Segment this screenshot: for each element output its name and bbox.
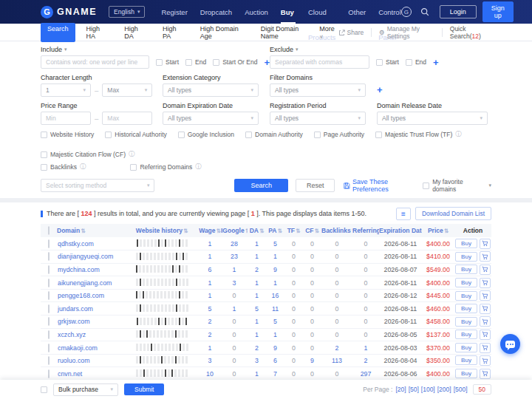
per-page-option-200[interactable]: [200] bbox=[437, 386, 451, 393]
sort-icon[interactable]: ⇅ bbox=[259, 228, 264, 234]
extension-category-select[interactable]: All types▾ bbox=[163, 83, 259, 97]
pa-value[interactable]: 7 bbox=[266, 367, 284, 381]
share-button[interactable]: Share bbox=[338, 29, 364, 36]
nav-item-auction[interactable]: Auction bbox=[245, 0, 268, 24]
submit-button[interactable]: Submit bbox=[124, 383, 164, 395]
include-start-or-end-checkbox[interactable]: Start Or End bbox=[213, 58, 257, 66]
domain-link[interactable]: pengge168.com bbox=[57, 289, 125, 302]
add-to-cart-button[interactable] bbox=[480, 251, 491, 262]
tab-digit-domain-name[interactable]: Digit Domain Name bbox=[254, 23, 316, 42]
tab-high-da[interactable]: High DA bbox=[117, 23, 151, 42]
wage-value[interactable]: 3 bbox=[199, 354, 221, 367]
search-button[interactable]: Search bbox=[234, 179, 288, 192]
nav-item-cloud-products[interactable]: Cloud Products bbox=[308, 0, 335, 24]
igoogle-value[interactable]: 28 bbox=[221, 237, 248, 250]
save-preferences-button[interactable]: Save These Preferences bbox=[344, 178, 423, 193]
buy-button[interactable]: Buy bbox=[455, 355, 477, 365]
backlinks-value[interactable]: 113 bbox=[321, 354, 352, 367]
pa-value[interactable]: 5 bbox=[266, 316, 284, 329]
login-button[interactable]: Login bbox=[440, 5, 477, 18]
domain-link[interactable]: aikunengjiang.com bbox=[57, 276, 125, 290]
pa-value[interactable]: 11 bbox=[266, 302, 284, 316]
column-header-referring[interactable]: Referring⇅ bbox=[352, 224, 379, 237]
buy-button[interactable]: Buy bbox=[455, 252, 477, 262]
column-header-domain[interactable]: Domain⇅ bbox=[57, 224, 125, 237]
domain-link[interactable]: qdhstky.com bbox=[57, 237, 125, 250]
language-select[interactable]: English ▾ bbox=[109, 6, 145, 18]
domain-link[interactable]: mydchina.com bbox=[57, 263, 125, 276]
metric-domain-authority-checkbox[interactable]: Domain Authority bbox=[245, 130, 303, 139]
include-input[interactable] bbox=[41, 55, 149, 69]
da-value[interactable]: 1 bbox=[248, 328, 266, 341]
metric-referring-domains-checkbox[interactable]: Referring Domainsⓘ bbox=[130, 163, 201, 171]
pa-value[interactable]: 9 bbox=[266, 341, 284, 355]
info-icon[interactable]: ⓘ bbox=[129, 150, 135, 159]
sort-icon[interactable]: ⇅ bbox=[444, 228, 449, 234]
buy-button[interactable]: Buy bbox=[455, 343, 477, 352]
tab-more[interactable]: More ∨ bbox=[319, 25, 338, 40]
pa-value[interactable]: 9 bbox=[266, 263, 284, 276]
per-page-current[interactable]: 50 bbox=[473, 384, 491, 395]
add-to-cart-button[interactable] bbox=[480, 290, 491, 301]
char-length-min-select[interactable]: 1▾ bbox=[41, 83, 91, 97]
sort-icon[interactable]: ⇅ bbox=[296, 228, 300, 234]
per-page-option-50[interactable]: [50] bbox=[409, 386, 419, 393]
select-all-checkbox[interactable] bbox=[48, 226, 50, 235]
char-length-max-select[interactable]: Max▾ bbox=[102, 83, 152, 97]
buy-button[interactable]: Buy bbox=[455, 239, 477, 248]
exclude-end-checkbox[interactable]: End bbox=[406, 58, 426, 66]
manage-settings-button[interactable]: ⚙ Manage My Settings bbox=[379, 25, 434, 40]
domain-link[interactable]: jundars.com bbox=[57, 302, 125, 316]
da-value[interactable]: 1 bbox=[248, 276, 266, 290]
info-icon[interactable]: ⓘ bbox=[455, 130, 462, 139]
metric-website-history-checkbox[interactable]: Website History bbox=[41, 130, 94, 139]
metric-majestic-trust-flow-tf--checkbox[interactable]: Majestic Trust Flow (TF)ⓘ bbox=[375, 130, 462, 139]
da-value[interactable]: 2 bbox=[248, 341, 266, 355]
chat-button[interactable] bbox=[500, 334, 520, 354]
pa-value[interactable]: 16 bbox=[266, 289, 284, 302]
include-label[interactable]: Include▾ bbox=[41, 46, 270, 53]
row-checkbox[interactable] bbox=[48, 317, 50, 326]
buy-button[interactable]: Buy bbox=[455, 369, 477, 378]
wage-value[interactable]: 5 bbox=[199, 302, 221, 316]
include-start-checkbox[interactable]: Start bbox=[156, 58, 179, 66]
wage-value[interactable]: 1 bbox=[199, 237, 221, 250]
da-value[interactable]: 3 bbox=[248, 354, 266, 367]
nav-item-register[interactable]: Register bbox=[161, 0, 187, 24]
sort-icon[interactable]: ⇅ bbox=[216, 228, 221, 234]
reset-button[interactable]: Reset bbox=[296, 179, 335, 192]
column-header-price[interactable]: Price⇅ bbox=[422, 224, 454, 237]
add-include-button[interactable]: + bbox=[264, 58, 270, 67]
per-page-option-100[interactable]: [100] bbox=[421, 386, 435, 393]
add-to-cart-button[interactable] bbox=[480, 369, 491, 379]
metric-historical-authority-checkbox[interactable]: Historical Authority bbox=[105, 130, 166, 139]
column-header-backlinks[interactable]: Backlinks⇅ bbox=[321, 224, 352, 237]
metric-page-authority-checkbox[interactable]: Page Authority bbox=[314, 130, 364, 139]
column-header-cf[interactable]: CF⇅ bbox=[303, 224, 321, 237]
nav-item-control-panel[interactable]: Control Panel bbox=[378, 0, 401, 24]
column-header-website-history[interactable]: Website history⇅ bbox=[125, 224, 199, 237]
pa-value[interactable]: 1 bbox=[266, 250, 284, 264]
buy-button[interactable]: Buy bbox=[455, 265, 477, 274]
info-icon[interactable]: ⓘ bbox=[195, 163, 202, 171]
pa-value[interactable]: 1 bbox=[266, 276, 284, 290]
add-to-cart-button[interactable] bbox=[480, 239, 491, 249]
nav-item-dropcatch[interactable]: Dropcatch bbox=[200, 0, 232, 24]
bulk-purchase-select[interactable]: Bulk purchase▾ bbox=[53, 383, 118, 396]
buy-button[interactable]: Buy bbox=[455, 291, 477, 301]
cf-value[interactable]: 9 bbox=[303, 354, 321, 367]
da-value[interactable]: 1 bbox=[248, 250, 266, 264]
add-filter-button[interactable]: + bbox=[377, 85, 383, 95]
domain-release-select[interactable]: All types▾ bbox=[377, 112, 488, 125]
nav-item-buy-it-now[interactable]: Buy It Now bbox=[281, 0, 296, 24]
igoogle-value[interactable]: 1 bbox=[221, 302, 248, 316]
metric-majestic-citation-flow-cf--checkbox[interactable]: Majestic Citation Flow (CF)ⓘ bbox=[41, 150, 135, 159]
quick-search-button[interactable]: Quick Search(12) bbox=[450, 25, 491, 40]
tab-high-pa[interactable]: High PA bbox=[156, 23, 189, 42]
tab-search[interactable]: Search bbox=[41, 23, 75, 42]
row-checkbox[interactable] bbox=[48, 330, 50, 339]
filter-domains-select[interactable]: All types▾ bbox=[270, 83, 366, 97]
tab-high-ha[interactable]: High HA bbox=[80, 23, 114, 42]
da-value[interactable]: 1 bbox=[248, 367, 266, 381]
buy-button[interactable]: Buy bbox=[455, 317, 477, 327]
